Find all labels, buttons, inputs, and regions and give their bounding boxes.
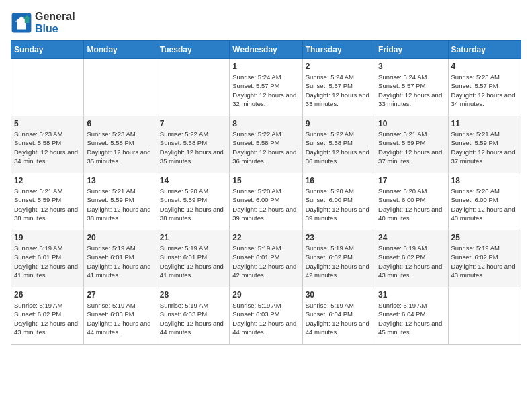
- cell-content: Sunrise: 5:19 AMSunset: 6:01 PMDaylight:…: [14, 244, 81, 279]
- calendar-cell: [448, 287, 521, 345]
- cell-content: Sunrise: 5:24 AMSunset: 5:57 PMDaylight:…: [232, 73, 299, 108]
- calendar-cell: 27Sunrise: 5:19 AMSunset: 6:03 PMDayligh…: [84, 287, 157, 345]
- header-saturday: Saturday: [448, 41, 521, 59]
- calendar-cell: 24Sunrise: 5:19 AMSunset: 6:02 PMDayligh…: [375, 230, 448, 287]
- cell-content: Sunrise: 5:21 AMSunset: 5:59 PMDaylight:…: [378, 130, 445, 165]
- logo: General Blue: [11, 11, 75, 35]
- cell-content: Sunrise: 5:22 AMSunset: 5:58 PMDaylight:…: [160, 130, 226, 165]
- calendar-cell: 11Sunrise: 5:21 AMSunset: 5:59 PMDayligh…: [448, 116, 521, 173]
- calendar-cell: 6Sunrise: 5:23 AMSunset: 5:58 PMDaylight…: [84, 116, 157, 173]
- calendar-cell: 4Sunrise: 5:23 AMSunset: 5:57 PMDaylight…: [448, 59, 521, 116]
- calendar-week-2: 5Sunrise: 5:23 AMSunset: 5:58 PMDaylight…: [11, 116, 521, 173]
- day-number: 6: [87, 119, 153, 128]
- calendar-header-row: SundayMondayTuesdayWednesdayThursdayFrid…: [11, 41, 521, 59]
- day-number: 21: [160, 233, 226, 242]
- day-number: 4: [451, 62, 518, 71]
- calendar-cell: [157, 59, 229, 116]
- calendar-cell: 3Sunrise: 5:24 AMSunset: 5:57 PMDaylight…: [375, 59, 448, 116]
- page-header: General Blue: [11, 11, 521, 35]
- calendar-cell: 23Sunrise: 5:19 AMSunset: 6:02 PMDayligh…: [302, 230, 375, 287]
- calendar-cell: 10Sunrise: 5:21 AMSunset: 5:59 PMDayligh…: [375, 116, 448, 173]
- cell-content: Sunrise: 5:19 AMSunset: 6:02 PMDaylight:…: [14, 301, 81, 336]
- calendar-cell: 15Sunrise: 5:20 AMSunset: 6:00 PMDayligh…: [230, 173, 302, 230]
- cell-content: Sunrise: 5:19 AMSunset: 6:04 PMDaylight:…: [306, 301, 372, 336]
- calendar-week-1: 1Sunrise: 5:24 AMSunset: 5:57 PMDaylight…: [11, 59, 521, 116]
- calendar-week-4: 19Sunrise: 5:19 AMSunset: 6:01 PMDayligh…: [11, 230, 521, 287]
- header-friday: Friday: [375, 41, 448, 59]
- calendar-cell: [84, 59, 157, 116]
- calendar-cell: 7Sunrise: 5:22 AMSunset: 5:58 PMDaylight…: [157, 116, 229, 173]
- cell-content: Sunrise: 5:22 AMSunset: 5:58 PMDaylight:…: [232, 130, 299, 165]
- cell-content: Sunrise: 5:19 AMSunset: 6:01 PMDaylight:…: [87, 244, 153, 279]
- day-number: 12: [14, 176, 81, 185]
- cell-content: Sunrise: 5:19 AMSunset: 6:03 PMDaylight:…: [232, 301, 299, 336]
- day-number: 7: [160, 119, 226, 128]
- cell-content: Sunrise: 5:24 AMSunset: 5:57 PMDaylight:…: [306, 73, 372, 108]
- cell-content: Sunrise: 5:19 AMSunset: 6:02 PMDaylight:…: [378, 244, 445, 279]
- day-number: 17: [378, 176, 445, 185]
- calendar-cell: 20Sunrise: 5:19 AMSunset: 6:01 PMDayligh…: [84, 230, 157, 287]
- cell-content: Sunrise: 5:20 AMSunset: 5:59 PMDaylight:…: [160, 187, 226, 222]
- day-number: 9: [306, 119, 372, 128]
- cell-content: Sunrise: 5:20 AMSunset: 6:00 PMDaylight:…: [306, 187, 372, 222]
- header-sunday: Sunday: [11, 41, 84, 59]
- day-number: 8: [232, 119, 299, 128]
- calendar-cell: 17Sunrise: 5:20 AMSunset: 6:00 PMDayligh…: [375, 173, 448, 230]
- day-number: 11: [451, 119, 518, 128]
- cell-content: Sunrise: 5:20 AMSunset: 6:00 PMDaylight:…: [232, 187, 299, 222]
- calendar-cell: 28Sunrise: 5:19 AMSunset: 6:03 PMDayligh…: [157, 287, 229, 345]
- calendar-cell: 22Sunrise: 5:19 AMSunset: 6:01 PMDayligh…: [230, 230, 302, 287]
- cell-content: Sunrise: 5:23 AMSunset: 5:58 PMDaylight:…: [87, 130, 153, 165]
- calendar-cell: 31Sunrise: 5:19 AMSunset: 6:04 PMDayligh…: [375, 287, 448, 345]
- cell-content: Sunrise: 5:21 AMSunset: 5:59 PMDaylight:…: [87, 187, 153, 222]
- calendar-cell: 16Sunrise: 5:20 AMSunset: 6:00 PMDayligh…: [302, 173, 375, 230]
- cell-content: Sunrise: 5:21 AMSunset: 5:59 PMDaylight:…: [14, 187, 81, 222]
- day-number: 13: [87, 176, 153, 185]
- cell-content: Sunrise: 5:19 AMSunset: 6:04 PMDaylight:…: [378, 301, 445, 336]
- calendar-cell: 30Sunrise: 5:19 AMSunset: 6:04 PMDayligh…: [302, 287, 375, 345]
- cell-content: Sunrise: 5:20 AMSunset: 6:00 PMDaylight:…: [378, 187, 445, 222]
- calendar-cell: [11, 59, 84, 116]
- cell-content: Sunrise: 5:20 AMSunset: 6:00 PMDaylight:…: [451, 187, 518, 222]
- day-number: 14: [160, 176, 226, 185]
- day-number: 3: [378, 62, 445, 71]
- calendar-cell: 5Sunrise: 5:23 AMSunset: 5:58 PMDaylight…: [11, 116, 84, 173]
- cell-content: Sunrise: 5:23 AMSunset: 5:58 PMDaylight:…: [14, 130, 81, 165]
- day-number: 24: [378, 233, 445, 242]
- day-number: 23: [306, 233, 372, 242]
- calendar-cell: 8Sunrise: 5:22 AMSunset: 5:58 PMDaylight…: [230, 116, 302, 173]
- day-number: 31: [378, 290, 445, 300]
- header-thursday: Thursday: [302, 41, 375, 59]
- calendar-cell: 25Sunrise: 5:19 AMSunset: 6:02 PMDayligh…: [448, 230, 521, 287]
- logo-icon: [11, 12, 32, 34]
- cell-content: Sunrise: 5:19 AMSunset: 6:01 PMDaylight:…: [160, 244, 226, 279]
- cell-content: Sunrise: 5:21 AMSunset: 5:59 PMDaylight:…: [451, 130, 518, 165]
- day-number: 15: [232, 176, 299, 185]
- day-number: 2: [306, 62, 372, 71]
- logo-text: General Blue: [35, 11, 75, 35]
- calendar-cell: 12Sunrise: 5:21 AMSunset: 5:59 PMDayligh…: [11, 173, 84, 230]
- calendar-cell: 19Sunrise: 5:19 AMSunset: 6:01 PMDayligh…: [11, 230, 84, 287]
- header-tuesday: Tuesday: [157, 41, 229, 59]
- calendar-cell: 29Sunrise: 5:19 AMSunset: 6:03 PMDayligh…: [230, 287, 302, 345]
- day-number: 27: [87, 290, 153, 300]
- day-number: 25: [451, 233, 518, 242]
- day-number: 26: [14, 290, 81, 300]
- calendar-cell: 26Sunrise: 5:19 AMSunset: 6:02 PMDayligh…: [11, 287, 84, 345]
- cell-content: Sunrise: 5:19 AMSunset: 6:01 PMDaylight:…: [232, 244, 299, 279]
- calendar-body: 1Sunrise: 5:24 AMSunset: 5:57 PMDaylight…: [11, 59, 521, 345]
- header-wednesday: Wednesday: [230, 41, 302, 59]
- calendar-cell: 18Sunrise: 5:20 AMSunset: 6:00 PMDayligh…: [448, 173, 521, 230]
- calendar-table: SundayMondayTuesdayWednesdayThursdayFrid…: [11, 40, 521, 345]
- day-number: 16: [306, 176, 372, 185]
- day-number: 19: [14, 233, 81, 242]
- calendar-week-5: 26Sunrise: 5:19 AMSunset: 6:02 PMDayligh…: [11, 287, 521, 345]
- day-number: 28: [160, 290, 226, 300]
- cell-content: Sunrise: 5:19 AMSunset: 6:03 PMDaylight:…: [160, 301, 226, 336]
- calendar-week-3: 12Sunrise: 5:21 AMSunset: 5:59 PMDayligh…: [11, 173, 521, 230]
- header-monday: Monday: [84, 41, 157, 59]
- calendar-cell: 1Sunrise: 5:24 AMSunset: 5:57 PMDaylight…: [230, 59, 302, 116]
- cell-content: Sunrise: 5:24 AMSunset: 5:57 PMDaylight:…: [378, 73, 445, 108]
- cell-content: Sunrise: 5:19 AMSunset: 6:03 PMDaylight:…: [87, 301, 153, 336]
- cell-content: Sunrise: 5:19 AMSunset: 6:02 PMDaylight:…: [451, 244, 518, 279]
